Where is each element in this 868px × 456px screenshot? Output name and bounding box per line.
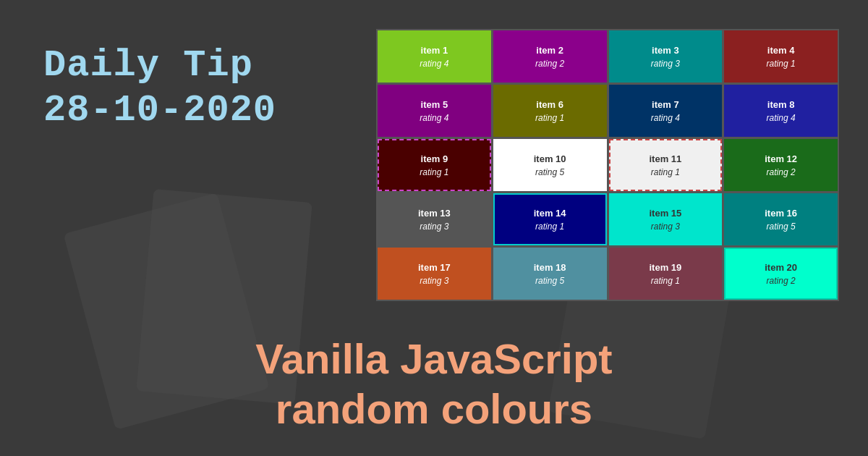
item-9-name: item 9 <box>421 153 448 164</box>
item-10-rating: rating 5 <box>535 167 564 177</box>
item-8-rating: rating 4 <box>767 113 796 123</box>
grid-item-18[interactable]: item 18 rating 5 <box>493 248 607 300</box>
grid-item-6[interactable]: item 6 rating 1 <box>493 85 607 137</box>
grid-item-1[interactable]: item 1 rating 4 <box>378 30 491 83</box>
item-18-rating: rating 5 <box>535 276 564 286</box>
item-2-rating: rating 2 <box>535 59 564 69</box>
bottom-line2: random colours <box>0 384 868 434</box>
item-2-name: item 2 <box>536 45 563 56</box>
item-18-name: item 18 <box>534 262 566 273</box>
grid-item-10[interactable]: item 10 rating 5 <box>493 139 607 191</box>
item-15-rating: rating 3 <box>651 221 680 232</box>
item-11-name: item 11 <box>649 153 681 164</box>
item-5-rating: rating 4 <box>420 113 448 123</box>
grid-item-7[interactable]: item 7 rating 4 <box>609 85 723 137</box>
grid-item-17[interactable]: item 17 rating 3 <box>378 248 491 300</box>
item-14-name: item 14 <box>534 208 566 219</box>
grid-item-4[interactable]: item 4 rating 1 <box>724 30 838 83</box>
grid-item-19[interactable]: item 19 rating 1 <box>609 248 723 300</box>
item-17-name: item 17 <box>418 262 451 273</box>
bottom-title: Vanilla JavaScript random colours <box>0 334 868 434</box>
item-13-name: item 13 <box>418 208 451 219</box>
item-7-rating: rating 4 <box>651 113 680 123</box>
grid-item-8[interactable]: item 8 rating 4 <box>724 85 838 137</box>
item-1-rating: rating 4 <box>420 59 448 69</box>
title-line2: 28-10-2020 <box>43 88 362 133</box>
grid-item-5[interactable]: item 5 rating 4 <box>378 85 491 137</box>
grid-item-9[interactable]: item 9 rating 1 <box>378 139 491 191</box>
grid-item-16[interactable]: item 16 rating 5 <box>724 193 838 245</box>
item-8-name: item 8 <box>767 99 795 110</box>
grid-item-20[interactable]: item 20 rating 2 <box>724 248 838 300</box>
item-11-rating: rating 1 <box>651 167 680 177</box>
grid-item-11[interactable]: item 11 rating 1 <box>609 139 723 191</box>
item-13-rating: rating 3 <box>420 221 448 232</box>
left-section: Daily Tip 28-10-2020 <box>43 43 362 134</box>
grid-item-3[interactable]: item 3 rating 3 <box>609 30 723 83</box>
item-16-name: item 16 <box>765 208 797 219</box>
item-9-rating: rating 1 <box>420 167 448 177</box>
title-line1: Daily Tip <box>43 43 362 88</box>
grid-section: item 1 rating 4 item 2 rating 2 item 3 r… <box>376 29 839 301</box>
item-20-rating: rating 2 <box>767 276 796 286</box>
item-15-name: item 15 <box>649 208 681 219</box>
item-17-rating: rating 3 <box>420 276 448 286</box>
grid-item-2[interactable]: item 2 rating 2 <box>493 30 607 83</box>
item-19-rating: rating 1 <box>651 276 680 286</box>
item-16-rating: rating 5 <box>767 221 796 232</box>
item-19-name: item 19 <box>649 262 681 273</box>
item-3-rating: rating 3 <box>651 59 680 69</box>
item-7-name: item 7 <box>652 99 679 110</box>
item-20-name: item 20 <box>765 262 797 273</box>
item-6-rating: rating 1 <box>535 113 564 123</box>
item-4-rating: rating 1 <box>767 59 796 69</box>
item-10-name: item 10 <box>534 153 566 164</box>
item-1-name: item 1 <box>421 45 448 56</box>
item-6-name: item 6 <box>536 99 563 110</box>
color-grid: item 1 rating 4 item 2 rating 2 item 3 r… <box>376 29 839 301</box>
grid-item-12[interactable]: item 12 rating 2 <box>724 139 838 191</box>
item-12-name: item 12 <box>765 153 797 164</box>
grid-item-13[interactable]: item 13 rating 3 <box>378 193 491 245</box>
grid-item-14[interactable]: item 14 rating 1 <box>493 193 607 245</box>
item-4-name: item 4 <box>767 45 795 56</box>
item-14-rating: rating 1 <box>535 221 564 232</box>
daily-tip-title: Daily Tip 28-10-2020 <box>43 43 362 134</box>
item-12-rating: rating 2 <box>767 167 796 177</box>
grid-item-15[interactable]: item 15 rating 3 <box>609 193 723 245</box>
item-3-name: item 3 <box>652 45 679 56</box>
item-5-name: item 5 <box>421 99 448 110</box>
bottom-line1: Vanilla JavaScript <box>0 334 868 384</box>
